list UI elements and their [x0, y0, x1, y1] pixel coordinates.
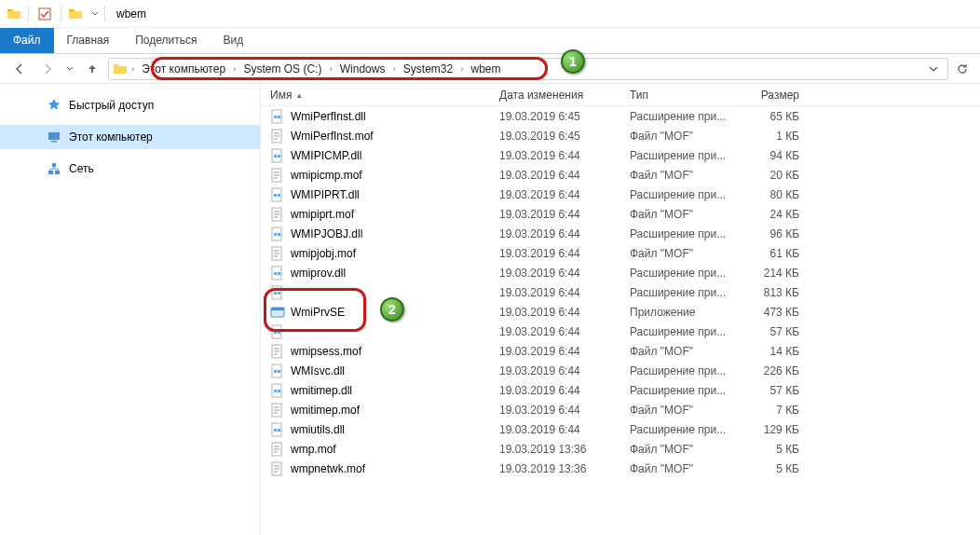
file-date: 19.03.2019 6:44 [499, 325, 630, 338]
file-date: 19.03.2019 13:36 [499, 462, 630, 475]
separator [28, 6, 29, 22]
file-row[interactable]: wmipiprt.mof19.03.2019 6:44Файл "MOF"24 … [261, 204, 980, 224]
file-row[interactable]: 19.03.2019 6:44Расширение при...57 КБ [261, 322, 980, 341]
file-row[interactable]: WMIPJOBJ.dll19.03.2019 6:44Расширение пр… [261, 224, 980, 243]
breadcrumb[interactable]: Windows [334, 62, 391, 75]
column-header-label: Размер [761, 89, 799, 102]
file-type: Расширение при... [630, 325, 742, 338]
file-size: 214 КБ [742, 267, 807, 280]
file-type: Расширение при... [630, 423, 742, 436]
chevron-right-icon[interactable]: › [392, 63, 395, 74]
column-header-label: Тип [630, 89, 648, 102]
breadcrumb[interactable]: System OS (C:) [238, 62, 327, 75]
file-row[interactable]: wmitimep.dll19.03.2019 6:44Расширение пр… [261, 380, 980, 400]
file-name: WmiPerfInst.mof [291, 130, 374, 143]
file-icon [270, 383, 285, 398]
file-row[interactable]: 19.03.2019 6:44Расширение при...813 КБ [261, 282, 980, 302]
file-row[interactable]: wmiprov.dll19.03.2019 6:44Расширение при… [261, 263, 980, 282]
file-icon [270, 148, 285, 163]
file-name: wmiprov.dll [291, 267, 346, 280]
file-row[interactable]: WMIsvc.dll19.03.2019 6:44Расширение при.… [261, 361, 980, 380]
file-icon [270, 324, 285, 339]
file-date: 19.03.2019 6:44 [499, 188, 630, 201]
star-icon [47, 98, 61, 113]
chevron-right-icon[interactable]: › [233, 63, 236, 74]
file-row[interactable]: wmpnetwk.mof19.03.2019 13:36Файл "MOF"5 … [261, 459, 980, 478]
file-name: wmipiprt.mof [291, 208, 354, 221]
computer-icon [47, 130, 61, 144]
column-header-name[interactable]: Имя ▴ [261, 89, 499, 102]
svg-rect-31 [274, 331, 277, 334]
file-row[interactable]: wmitimep.mof19.03.2019 6:44Файл "MOF"7 К… [261, 400, 980, 419]
file-type: Расширение при... [630, 110, 742, 123]
ribbon: Файл Главная Поделиться Вид [0, 28, 980, 54]
window-title: wbem [116, 7, 146, 21]
refresh-button[interactable] [952, 62, 973, 75]
file-date: 19.03.2019 6:44 [499, 384, 630, 397]
titlebar: wbem [0, 0, 980, 28]
file-size: 65 КБ [742, 110, 807, 123]
nav-forward-button[interactable] [35, 57, 60, 81]
svg-rect-39 [278, 390, 280, 392]
file-size: 61 КБ [742, 247, 807, 260]
file-row[interactable]: wmipjobj.mof19.03.2019 6:44Файл "MOF"61 … [261, 243, 980, 263]
chevron-right-icon[interactable]: › [131, 63, 134, 74]
file-type: Файл "MOF" [630, 169, 742, 182]
svg-rect-38 [274, 390, 277, 392]
ribbon-tab-file[interactable]: Файл [0, 28, 54, 53]
file-row[interactable]: WmiPrvSE19.03.2019 6:44Приложение473 КБ [261, 302, 980, 322]
file-name: WMIPICMP.dll [291, 149, 361, 162]
file-row[interactable]: wmiutils.dll19.03.2019 6:44Расширение пр… [261, 419, 980, 439]
qat-dropdown-icon[interactable] [91, 10, 99, 18]
file-type: Расширение при... [630, 384, 742, 397]
file-icon [270, 226, 285, 241]
svg-rect-32 [278, 331, 280, 334]
file-row[interactable]: WmiPerfInst.dll19.03.2019 6:45Расширение… [261, 106, 980, 126]
ribbon-tab-view[interactable]: Вид [210, 28, 256, 53]
file-date: 19.03.2019 6:44 [499, 286, 630, 299]
file-row[interactable]: wmipicmp.mof19.03.2019 6:44Файл "MOF"20 … [261, 165, 980, 185]
nav-history-dropdown[interactable] [63, 57, 76, 81]
sort-asc-icon: ▴ [297, 90, 302, 100]
svg-rect-12 [278, 155, 280, 158]
breadcrumb[interactable]: wbem [466, 62, 507, 75]
column-header-size[interactable]: Размер [742, 89, 807, 102]
file-type: Расширение при... [630, 149, 742, 162]
file-icon [270, 285, 285, 300]
file-name: wmipicmp.mof [291, 169, 362, 182]
chevron-right-icon[interactable]: › [329, 63, 332, 74]
file-row[interactable]: WMIPICMP.dll19.03.2019 6:44Расширение пр… [261, 145, 980, 165]
column-header-type[interactable]: Тип [630, 89, 742, 102]
file-row[interactable]: wmipsess.mof19.03.2019 6:44Файл "MOF"14 … [261, 341, 980, 361]
chevron-right-icon[interactable]: › [460, 63, 463, 74]
file-size: 5 КБ [742, 462, 807, 475]
file-row[interactable]: wmp.mof19.03.2019 13:36Файл "MOF"5 КБ [261, 439, 980, 459]
breadcrumb[interactable]: System32 [398, 62, 458, 75]
address-dropdown-icon[interactable] [923, 64, 944, 74]
file-size: 7 КБ [742, 404, 807, 417]
sidebar-item-quick-access[interactable]: Быстрый доступ [0, 93, 260, 117]
file-icon [270, 168, 285, 183]
sidebar-item-network[interactable]: Сеть [0, 157, 260, 181]
svg-rect-7 [274, 116, 277, 118]
ribbon-tab-share[interactable]: Поделиться [122, 28, 210, 53]
nav-back-button[interactable] [7, 57, 32, 81]
column-header-date[interactable]: Дата изменения [499, 89, 630, 102]
file-row[interactable]: WMIPIPRT.dll19.03.2019 6:44Расширение пр… [261, 185, 980, 204]
file-size: 473 КБ [742, 306, 807, 319]
file-row[interactable]: WmiPerfInst.mof19.03.2019 6:45Файл "MOF"… [261, 126, 980, 145]
address-bar[interactable]: › Этот компьютер › System OS (C:) › Wind… [108, 58, 948, 80]
folder-icon [67, 6, 84, 22]
file-type: Файл "MOF" [630, 208, 742, 221]
sidebar-item-this-pc[interactable]: Этот компьютер [0, 125, 260, 149]
svg-rect-24 [278, 272, 280, 275]
qat-checkbox-icon[interactable] [34, 4, 55, 24]
breadcrumb[interactable]: Этот компьютер [136, 62, 231, 75]
file-icon [270, 187, 285, 202]
nav-up-button[interactable] [80, 57, 104, 81]
file-icon [270, 207, 285, 222]
file-size: 5 КБ [742, 443, 807, 456]
ribbon-tab-home[interactable]: Главная [54, 28, 123, 53]
file-size: 80 КБ [742, 188, 807, 201]
file-name: WMIsvc.dll [291, 364, 345, 377]
